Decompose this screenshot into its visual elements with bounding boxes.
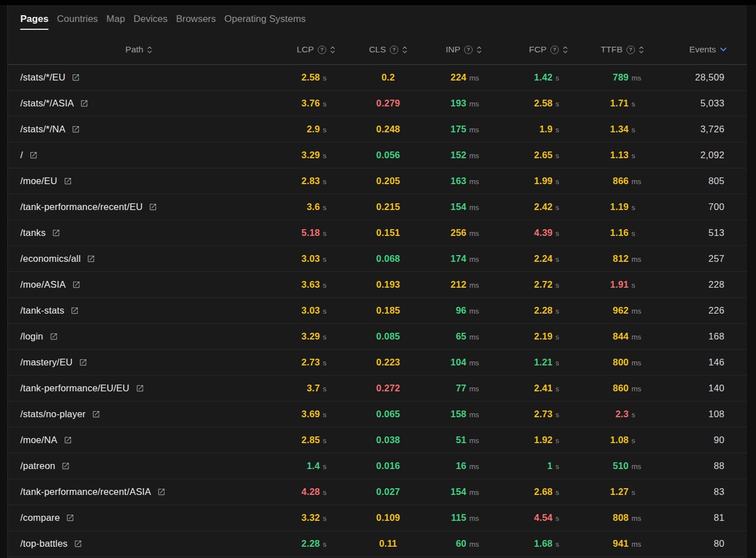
table-row[interactable]: /moe/ASIA3.63s0.193212ms2.72s1.91s228 xyxy=(8,272,747,298)
page-path: /economics/all xyxy=(20,253,81,264)
page-path-cell: /stats/no-player xyxy=(8,409,270,419)
table-row[interactable]: /moe/EU2.83s0.205163ms1.99s866ms805 xyxy=(8,168,747,194)
table-row[interactable]: /stats/*/NA2.9s0.248175ms1.9s1.34s3,726 xyxy=(8,117,747,142)
sort-icon[interactable] xyxy=(477,46,482,54)
inp-unit: ms xyxy=(469,359,482,367)
sort-icon[interactable] xyxy=(563,46,568,54)
inp-cell: 163ms xyxy=(433,176,490,186)
external-link-icon[interactable] xyxy=(74,539,82,548)
tab-map[interactable]: Map xyxy=(106,14,125,30)
table-row[interactable]: /patreon1.4s0.01616ms1s510ms88 xyxy=(8,453,747,479)
tab-operating-systems[interactable]: Operating Systems xyxy=(224,14,306,30)
fcp-value: 1.21 xyxy=(534,357,553,368)
column-header-ttfb[interactable]: TTFB? xyxy=(576,44,652,55)
column-header-cls[interactable]: CLS? xyxy=(343,44,433,55)
inp-cell: 158ms xyxy=(433,409,490,419)
cls-cell: 0.185 xyxy=(343,305,433,316)
info-icon[interactable]: ? xyxy=(550,46,559,54)
cls-cell: 0.065 xyxy=(343,409,433,419)
ttfb-value: 1.27 xyxy=(610,486,629,497)
ttfb-unit: s xyxy=(632,126,644,134)
inp-unit: ms xyxy=(469,410,482,419)
table-row[interactable]: /tank-stats3.03s0.18596ms2.28s962ms226 xyxy=(8,298,747,324)
table-row[interactable]: /mastery/EU2.73s0.223104ms1.21s800ms146 xyxy=(8,350,747,376)
tab-browsers[interactable]: Browsers xyxy=(176,14,216,30)
ttfb-cell: 1.34s xyxy=(576,124,652,135)
column-label: CLS xyxy=(369,44,386,55)
sort-icon[interactable] xyxy=(147,46,152,54)
page-path-cell: /moe/NA xyxy=(8,435,270,445)
table-row[interactable]: /tank-performance/recent/EU3.6s0.215154m… xyxy=(8,194,747,220)
external-link-icon[interactable] xyxy=(64,177,72,185)
lcp-unit: s xyxy=(323,385,335,393)
external-link-icon[interactable] xyxy=(92,410,100,418)
tab-devices[interactable]: Devices xyxy=(134,14,167,30)
table-row[interactable]: /tank-performance/recent/ASIA4.28s0.0271… xyxy=(8,479,747,505)
external-link-icon[interactable] xyxy=(80,99,88,108)
external-link-icon[interactable] xyxy=(50,332,58,341)
inp-cell: 193ms xyxy=(433,98,490,109)
info-icon[interactable]: ? xyxy=(626,46,635,54)
column-header-inp[interactable]: INP? xyxy=(433,44,490,55)
external-link-icon[interactable] xyxy=(52,229,60,237)
external-link-icon[interactable] xyxy=(29,151,38,159)
info-icon[interactable]: ? xyxy=(390,46,398,54)
table-row[interactable]: /stats/*/ASIA3.76s0.279193ms2.58s1.71s5,… xyxy=(8,91,747,117)
page-path-cell: /moe/EU xyxy=(8,176,270,186)
external-link-icon[interactable] xyxy=(64,436,72,444)
table-row[interactable]: /3.29s0.056152ms2.65s1.13s2,092 xyxy=(8,142,747,168)
events-value: 168 xyxy=(709,331,724,342)
table-row[interactable]: /compare3.32s0.109115ms4.54s808ms81 xyxy=(8,505,747,531)
info-icon[interactable]: ? xyxy=(464,46,473,54)
table-row[interactable]: /stats/no-player3.69s0.065158ms2.73s2.3s… xyxy=(8,401,747,427)
column-header-fcp[interactable]: FCP? xyxy=(490,44,576,55)
external-link-icon[interactable] xyxy=(157,488,166,496)
external-link-icon[interactable] xyxy=(87,255,95,263)
table-row[interactable]: /login3.29s0.08565ms2.19s844ms168 xyxy=(8,324,747,350)
page-path-cell: /tank-stats xyxy=(8,305,270,316)
external-link-icon[interactable] xyxy=(72,125,80,133)
page-path: /tank-stats xyxy=(20,305,64,316)
table-row[interactable]: /moe/NA2.85s0.03851ms1.92s1.08s90 xyxy=(8,427,747,453)
fcp-cell: 2.42s xyxy=(490,202,576,212)
lcp-value: 3.03 xyxy=(301,253,320,264)
table-row[interactable]: /economics/all3.03s0.068174ms2.24s812ms2… xyxy=(8,246,747,272)
external-link-icon[interactable] xyxy=(72,73,80,82)
external-link-icon[interactable] xyxy=(66,514,74,522)
chevron-down-icon[interactable] xyxy=(720,47,727,52)
sort-icon[interactable] xyxy=(639,46,644,54)
sort-icon[interactable] xyxy=(402,46,407,54)
external-link-icon[interactable] xyxy=(79,358,87,367)
column-header-lcp[interactable]: LCP? xyxy=(270,44,343,55)
table-row[interactable]: /top-battles2.28s0.1160ms1.68s941ms80 xyxy=(8,531,747,557)
table-row[interactable]: /stats/*/EU2.58s0.2224ms1.42s789ms28,509 xyxy=(8,65,747,91)
fcp-unit: s xyxy=(555,126,568,134)
page-path: /top-battles xyxy=(20,538,68,549)
inp-value: 163 xyxy=(451,176,466,186)
external-link-icon[interactable] xyxy=(136,384,144,392)
column-header-events[interactable]: Events xyxy=(652,44,747,55)
inp-unit: ms xyxy=(469,462,482,471)
table-row[interactable]: /tank-performance/EU/EU3.7s0.27277ms2.41… xyxy=(8,376,747,401)
cls-cell: 0.248 xyxy=(343,124,433,135)
tab-pages[interactable]: Pages xyxy=(20,14,48,30)
fcp-cell: 2.19s xyxy=(490,331,576,342)
page-path-cell: /stats/*/NA xyxy=(8,124,270,135)
events-cell: 2,092 xyxy=(652,150,747,160)
external-link-icon[interactable] xyxy=(70,306,79,315)
fcp-value: 1.92 xyxy=(534,435,553,445)
external-link-icon[interactable] xyxy=(61,462,70,470)
info-icon[interactable]: ? xyxy=(318,46,326,54)
tab-countries[interactable]: Countries xyxy=(57,14,98,30)
lcp-unit: s xyxy=(323,151,335,160)
external-link-icon[interactable] xyxy=(72,280,81,289)
lcp-value: 3.69 xyxy=(301,409,320,419)
column-header-path[interactable]: Path xyxy=(8,44,270,55)
external-link-icon[interactable] xyxy=(149,203,157,211)
events-value: 108 xyxy=(709,409,724,419)
ttfb-value: 2.3 xyxy=(615,409,629,419)
sort-icon[interactable] xyxy=(330,46,335,54)
table-row[interactable]: /tanks5.18s0.151256ms4.39s1.16s513 xyxy=(8,220,747,246)
cls-cell: 0.038 xyxy=(343,435,433,445)
cls-cell: 0.279 xyxy=(343,98,433,109)
